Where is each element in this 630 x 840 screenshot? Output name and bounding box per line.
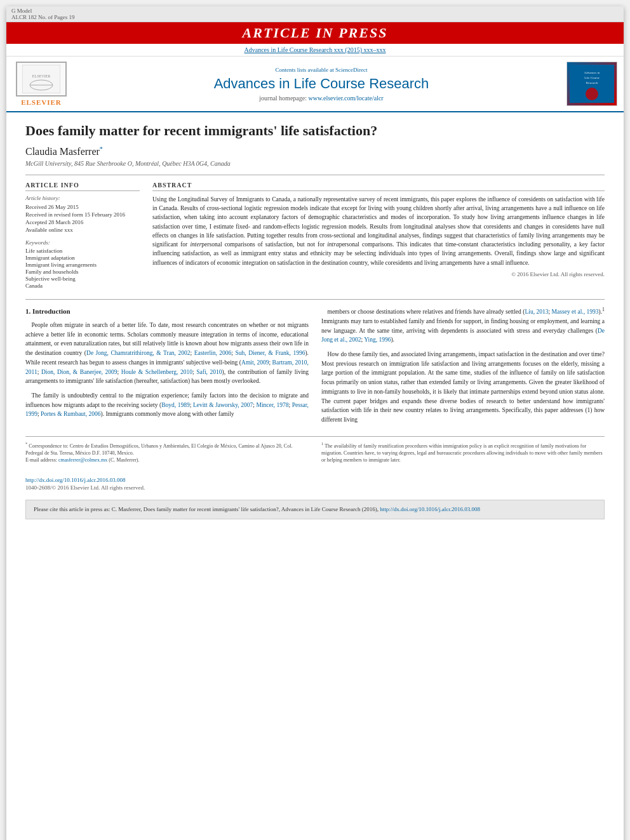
date-available: Available online xxx bbox=[25, 227, 140, 233]
keyword-4: Subjective well-being bbox=[25, 276, 140, 282]
history-label: Article history: bbox=[25, 195, 140, 201]
ref-liu[interactable]: Liu, 2013 bbox=[525, 309, 548, 315]
introduction-section: 1. Introduction People often migrate in … bbox=[25, 306, 605, 430]
keyword-1: Immigrant adaptation bbox=[25, 255, 140, 261]
intro-para-1: People often migrate in search of a bett… bbox=[25, 321, 309, 386]
date-revised: Received in revised form 15 February 201… bbox=[25, 211, 140, 218]
svg-text:Advances in: Advances in bbox=[584, 71, 600, 74]
contents-line: Contents lists available at ScienceDirec… bbox=[76, 67, 566, 73]
keyword-2: Immigrant living arrangements bbox=[25, 262, 140, 268]
ref-massey[interactable]: Massey et al., 1993 bbox=[552, 309, 599, 315]
section-title: Introduction bbox=[32, 307, 70, 315]
divider-1 bbox=[25, 175, 605, 175]
abstract-section: ABSTRACT Using the Longitudinal Survey o… bbox=[152, 182, 605, 290]
svg-text:Research: Research bbox=[586, 81, 598, 84]
intro-heading: 1. Introduction bbox=[25, 306, 309, 317]
footnote-right: 1 The availability of family reunificati… bbox=[321, 441, 605, 463]
journal-title: Advances in Life Course Research bbox=[76, 76, 566, 92]
ref-mincer[interactable]: Mincer, 1978 bbox=[257, 402, 289, 408]
journal-logo-right: Advances in Life Course Research bbox=[566, 62, 617, 106]
keyword-0: Life satisfaction bbox=[25, 248, 140, 254]
fn-email-label: E-mail address: bbox=[25, 457, 57, 463]
fn-email[interactable]: cmasferrer@colmex.mx bbox=[58, 457, 107, 463]
svg-text:Life Course: Life Course bbox=[584, 76, 600, 79]
ref-safi[interactable]: Safi, 2010 bbox=[196, 369, 222, 375]
keyword-5: Canada bbox=[25, 283, 140, 289]
author-sup: * bbox=[100, 145, 103, 152]
intro-para-2: The family is undoubtedly central to the… bbox=[25, 391, 309, 419]
issn-text: 1040-2608/© 2016 Elsevier Ltd. All right… bbox=[25, 484, 145, 491]
elsevier-text: ELSEVIER bbox=[21, 98, 62, 106]
date-received: Received 26 May 2015 bbox=[25, 204, 140, 210]
journal-header: ELSEVIER ELSEVIER Contents lists availab… bbox=[6, 57, 624, 112]
footnote-left-text: * Correspondence to: Centro de Estudios … bbox=[25, 441, 309, 463]
footnotes-area: * Correspondence to: Centro de Estudios … bbox=[25, 436, 605, 463]
keywords-section: Keywords: Life satisfaction Immigrant ad… bbox=[25, 239, 140, 289]
divider-2 bbox=[25, 299, 605, 300]
journal-link-text[interactable]: Advances in Life Course Research xxx (20… bbox=[245, 46, 386, 53]
ref-suh[interactable]: Suh, Diener, & Frank, 1996 bbox=[235, 350, 305, 356]
article-in-press-banner: ARTICLE IN PRESS bbox=[6, 22, 624, 44]
footnote-right-text: 1 The availability of family reunificati… bbox=[321, 441, 605, 463]
svg-point-8 bbox=[586, 88, 598, 100]
svg-text:ELSEVIER: ELSEVIER bbox=[32, 74, 50, 78]
doi-link[interactable]: http://dx.doi.org/10.1016/j.alcr.2016.03… bbox=[25, 477, 605, 483]
contents-label: Contents lists available at bbox=[276, 67, 334, 73]
homepage-url[interactable]: www.elsevier.com/locate/alcr bbox=[309, 95, 384, 102]
journal-homepage: journal homepage: www.elsevier.com/locat… bbox=[76, 95, 566, 102]
info-abstract-section: ARTICLE INFO Article history: Received 2… bbox=[25, 182, 605, 290]
footnote-left: * Correspondence to: Centro de Estudios … bbox=[25, 441, 309, 463]
journal-link-bar: Advances in Life Course Research xxx (20… bbox=[6, 44, 624, 57]
sciencedirect-link[interactable]: ScienceDirect bbox=[335, 67, 367, 73]
abstract-copyright: © 2016 Elsevier Ltd. All rights reserved… bbox=[152, 271, 605, 277]
citation-url[interactable]: http://dx.doi.org/10.1016/j.alcr.2016.03… bbox=[380, 506, 480, 512]
article-info-title: ARTICLE INFO bbox=[25, 182, 140, 191]
page: G Model ALCR 182 No. of Pages 19 ARTICLE… bbox=[6, 6, 624, 840]
date-accepted: Accepted 28 March 2016 bbox=[25, 219, 140, 225]
svg-rect-0 bbox=[22, 65, 60, 93]
abstract-text: Using the Longitudinal Survey of Immigra… bbox=[152, 195, 605, 267]
section-number: 1. bbox=[25, 307, 32, 315]
ref-amit[interactable]: Amit, 2009 bbox=[241, 359, 269, 366]
author-name: Claudia Masferrer* bbox=[25, 145, 605, 157]
g-model-label: G Model ALCR 182 No. of Pages 19 bbox=[11, 8, 75, 20]
keywords-label: Keywords: bbox=[25, 239, 140, 246]
article-info: ARTICLE INFO Article history: Received 2… bbox=[25, 182, 140, 290]
ref-levitt[interactable]: Levitt & Jaworsky, 2007 bbox=[193, 402, 253, 408]
ref-dion[interactable]: Dion, Dion, & Banerjee, 2009 bbox=[41, 369, 117, 375]
fn-email-suffix: (C. Masferrer). bbox=[109, 457, 139, 463]
intro-col-left: 1. Introduction People often migrate in … bbox=[25, 306, 309, 430]
citation-text: Please cite this article in press as: C.… bbox=[34, 506, 379, 512]
article-title: Does family matter for recent immigrants… bbox=[25, 122, 605, 140]
elsevier-logo: ELSEVIER ELSEVIER bbox=[13, 62, 70, 106]
fn-label: Correspondence to: bbox=[29, 443, 68, 448]
intro-para-3: members or choose destinations where rel… bbox=[321, 306, 605, 345]
g-model-text: G Model bbox=[11, 8, 75, 14]
banner-text: ARTICLE IN PRESS bbox=[243, 25, 388, 41]
ref-houle[interactable]: Houle & Schellenberg, 2010 bbox=[121, 369, 192, 375]
citation-bar: Please cite this article in press as: C.… bbox=[25, 500, 605, 520]
alcr-text: ALCR 182 No. of Pages 19 bbox=[11, 14, 75, 20]
fn-right-text: The availability of family reunification… bbox=[321, 443, 603, 462]
homepage-label: journal homepage: bbox=[259, 95, 307, 102]
intro-col-right: members or choose destinations where rel… bbox=[321, 306, 605, 430]
ref-portes[interactable]: Portes & Rumbaut, 2006 bbox=[41, 411, 100, 417]
keyword-3: Family and households bbox=[25, 269, 140, 275]
intro-para-4: How do these family ties, and associated… bbox=[321, 350, 605, 425]
ref-boyd[interactable]: Boyd, 1989 bbox=[161, 402, 190, 408]
abstract-title: ABSTRACT bbox=[152, 182, 605, 191]
journal-title-center: Contents lists available at ScienceDirec… bbox=[76, 67, 566, 102]
author-text: Claudia Masferrer bbox=[25, 146, 100, 157]
footer-links: http://dx.doi.org/10.1016/j.alcr.2016.03… bbox=[6, 473, 624, 495]
elsevier-logo-image: ELSEVIER bbox=[16, 62, 67, 97]
affiliation: McGill University, 845 Rue Sherbrooke O,… bbox=[25, 160, 605, 167]
ref-dejong-2002[interactable]: De Jong, Chamratrithirong, & Tran, 2002 bbox=[86, 350, 190, 356]
header-top-bar: G Model ALCR 182 No. of Pages 19 bbox=[6, 6, 624, 22]
ref-easterlin[interactable]: Easterlin, 2006 bbox=[194, 350, 232, 356]
main-content: Does family matter for recent immigrants… bbox=[6, 112, 624, 473]
ref-ying[interactable]: Ying, 1996 bbox=[364, 337, 391, 343]
